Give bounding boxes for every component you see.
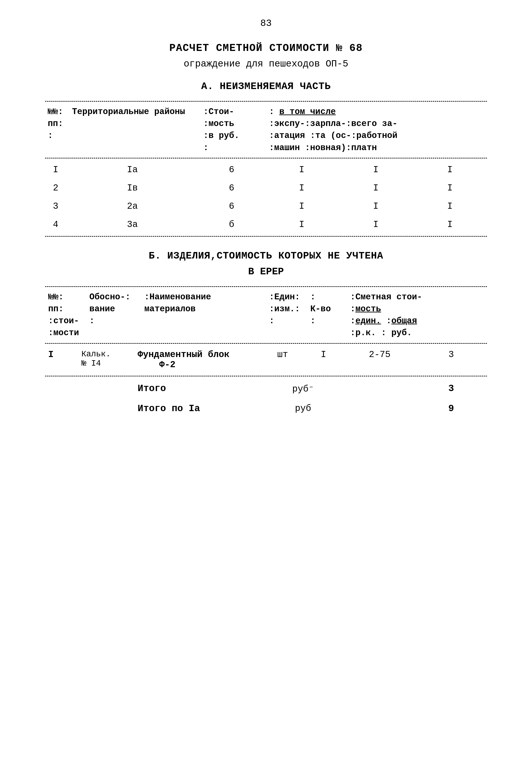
cell-region: Iв <box>66 179 198 197</box>
top-dashed-line-b <box>45 286 487 287</box>
table-a: №№:пп:: Территориальные районы :Стои-:мо… <box>45 104 487 155</box>
table-b-data: I Кальк.№ I4 Фундаментный блок Ф-2 шт I … <box>45 346 487 374</box>
table-b-section: №№:пп::стои-:мости Обосно-:вание: :Наиме… <box>45 286 487 419</box>
cell-region: Iа <box>66 161 198 179</box>
cell-num: 3 <box>45 197 66 216</box>
itogo-empty1 <box>45 379 78 399</box>
cell-exploit: I <box>265 197 339 216</box>
header-num: №№:пп:: <box>45 104 69 155</box>
cell-exploit: I <box>265 216 339 234</box>
cell-b-unit: шт <box>262 346 303 374</box>
cell-salary: I <box>339 179 413 197</box>
table-b-itogo: Итого руб⁻ 3 Итого по Iа руб 9 <box>45 379 487 419</box>
table-b-header-row: №№:пп::стои-:мости Обосно-:вание: :Наиме… <box>45 289 487 341</box>
header-b-qty: :К-во: <box>307 289 347 341</box>
cell-total: I <box>413 216 487 234</box>
itogo-empty3 <box>344 379 416 399</box>
header-b-cost: :Сметная стои- :мость :един. :общая :р.к… <box>347 289 487 341</box>
itogo-label: Итого <box>134 379 262 399</box>
cell-salary: I <box>339 197 413 216</box>
header-region: Территориальные районы <box>69 104 201 155</box>
table-b-header: №№:пп::стои-:мости Обосно-:вание: :Наиме… <box>45 289 487 341</box>
page-number: 83 <box>45 18 487 29</box>
cell-b-num: I <box>45 346 78 374</box>
cell-salary: I <box>339 161 413 179</box>
table-row: I Iа 6 I I I <box>45 161 487 179</box>
table-a-data: I Iа 6 I I I 2 Iв 6 I I I 3 2а 6 I I <box>45 161 487 234</box>
cell-region: 2а <box>66 197 198 216</box>
cell-region: 3а <box>66 216 198 234</box>
cell-total: I <box>413 197 487 216</box>
header-cost: :Стои-:мость:в руб.: <box>201 104 266 155</box>
header-b-num: №№:пп::стои-:мости <box>45 289 86 341</box>
cell-b-qty: I <box>303 346 344 374</box>
cell-total: I <box>413 179 487 197</box>
cell-cost: б <box>198 216 265 234</box>
itogo-value: 3 <box>415 379 487 399</box>
cell-b-unit-cost: 2-75 <box>344 346 416 374</box>
cell-exploit: I <box>265 161 339 179</box>
itogo-unit: руб⁻ <box>262 379 344 399</box>
cell-exploit: I <box>265 179 339 197</box>
cell-num: 4 <box>45 216 66 234</box>
header-bottom-dashed-a <box>45 158 487 158</box>
header-b-unit: :Един::изм.:: <box>266 289 307 341</box>
itogo-ia-row: Итого по Iа руб 9 <box>45 399 487 419</box>
cell-b-justify: Кальк.№ I4 <box>78 346 134 374</box>
table-a-section: №№:пп:: Территориальные районы :Стои-:мо… <box>45 101 487 237</box>
main-title: РАСЧЕТ СМЕТНОЙ СТОИМОСТИ № 68 <box>45 42 487 54</box>
section-a-title: А. НЕИЗМЕНЯЕМАЯ ЧАСТЬ <box>45 81 487 92</box>
table-row: 4 3а б I I I <box>45 216 487 234</box>
section-b-title: Б. ИЗДЕЛИЯ,СТОИМОСТЬ КОТОРЫХ НЕ УЧТЕНА <box>45 250 487 262</box>
cell-num: I <box>45 161 66 179</box>
top-dashed-line-a <box>45 101 487 102</box>
mid-dashed-line-b <box>45 376 487 376</box>
cell-salary: I <box>339 216 413 234</box>
header-including: : в том числе :экспу-:зарпла-:всего за- … <box>266 104 487 155</box>
cell-total: I <box>413 161 487 179</box>
header-b-justify: Обосно-:вание: <box>86 289 141 341</box>
sub-title: ограждение для пешеходов ОП-5 <box>45 59 487 69</box>
table-row: 3 2а 6 I I I <box>45 197 487 216</box>
itogo-ia-value: 9 <box>415 399 487 419</box>
itogo-ia-empty2 <box>78 399 134 419</box>
table-a-header-row: №№:пп:: Территориальные районы :Стои-:мо… <box>45 104 487 155</box>
cell-b-total-cost: 3 <box>415 346 487 374</box>
header-b-name: :Наименование материалов <box>141 289 266 341</box>
table-row: I Кальк.№ I4 Фундаментный блок Ф-2 шт I … <box>45 346 487 374</box>
cell-b-name: Фундаментный блок Ф-2 <box>134 346 262 374</box>
itogo-ia-empty3 <box>344 399 416 419</box>
cell-cost: 6 <box>198 179 265 197</box>
itogo-empty2 <box>78 379 134 399</box>
bottom-dashed-line-a <box>45 236 487 237</box>
itogo-row: Итого руб⁻ 3 <box>45 379 487 399</box>
header-bottom-dashed-b <box>45 343 487 344</box>
cell-cost: 6 <box>198 197 265 216</box>
table-row: 2 Iв 6 I I I <box>45 179 487 197</box>
itogo-ia-label: Итого по Iа <box>134 399 262 419</box>
cell-cost: 6 <box>198 161 265 179</box>
itogo-ia-empty1 <box>45 399 78 419</box>
section-b-subtitle: В ЕРЕР <box>45 266 487 277</box>
cell-num: 2 <box>45 179 66 197</box>
itogo-ia-unit: руб <box>262 399 344 419</box>
